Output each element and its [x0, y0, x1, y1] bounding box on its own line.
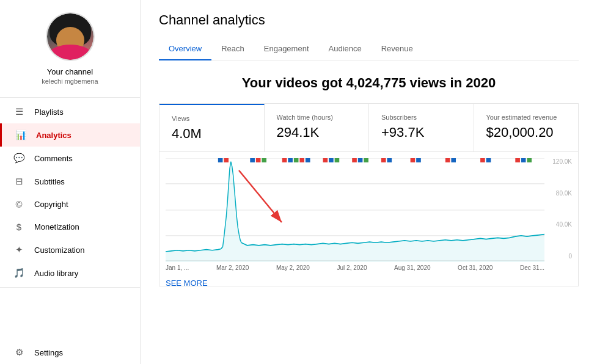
svg-rect-29 — [480, 158, 485, 162]
y-axis-label: 120.0K — [548, 158, 572, 165]
svg-rect-10 — [256, 158, 261, 162]
stat-value: $20,000.20 — [486, 125, 566, 140]
stats-row: Views 4.0M Watch time (hours) 294.1K Sub… — [159, 103, 579, 152]
y-axis-labels: 120.0K80.0K40.0K0 — [548, 158, 572, 262]
sidebar-divider — [0, 97, 140, 98]
sidebar-item-subtitles[interactable]: ⊟ Subtitles — [0, 170, 140, 193]
main-content: Channel analytics OverviewReachEngagemen… — [141, 0, 597, 364]
svg-rect-26 — [416, 158, 421, 162]
x-axis-label: Oct 31, 2020 — [458, 264, 493, 271]
x-axis-label: May 2, 2020 — [276, 264, 310, 271]
chart-svg — [166, 158, 544, 262]
sidebar-label-customization: Customization — [34, 246, 84, 255]
stat-value: 4.0M — [172, 126, 252, 142]
stat-value: +93.7K — [381, 125, 461, 140]
stat-value: 294.1K — [277, 125, 357, 140]
x-axis-label: Jan 1, ... — [166, 264, 189, 271]
sidebar-label-comments: Comments — [34, 154, 73, 163]
page-title: Channel analytics — [159, 12, 579, 28]
svg-rect-14 — [294, 158, 299, 162]
svg-rect-23 — [381, 158, 386, 162]
svg-rect-21 — [358, 158, 363, 162]
sidebar-divider-2 — [0, 287, 140, 288]
svg-rect-31 — [515, 158, 520, 162]
tab-revenue[interactable]: Revenue — [372, 38, 423, 60]
y-axis-label: 80.0K — [548, 190, 572, 197]
svg-rect-8 — [224, 158, 229, 162]
svg-rect-27 — [445, 158, 450, 162]
sidebar-item-customization[interactable]: ✦ Customization — [0, 238, 140, 261]
stat-label: Subscribers — [381, 114, 461, 121]
sidebar-item-monetization[interactable]: $ Monetization — [0, 216, 140, 238]
svg-rect-9 — [250, 158, 255, 162]
sidebar-item-analytics[interactable]: 📊 Analytics — [0, 123, 140, 147]
svg-rect-18 — [329, 158, 334, 162]
analytics-icon: 📊 — [14, 129, 27, 140]
sidebar-item-comments[interactable]: 💬 Comments — [0, 147, 140, 170]
sidebar-item-audio-library[interactable]: 🎵 Audio library — [0, 261, 140, 285]
chart-container: 120.0K80.0K40.0K0 Jan 1, ...Mar 2, 2020M… — [159, 152, 579, 286]
sidebar-label-audio-library: Audio library — [34, 269, 78, 278]
settings-label: Settings — [34, 348, 63, 357]
see-more-link[interactable]: SEE MORE — [166, 278, 208, 288]
headline: Your videos got 4,024,775 views in 2020 — [159, 75, 579, 91]
channel-handle: kelechi mgbemena — [42, 78, 98, 85]
stat-label: Views — [172, 115, 252, 122]
svg-rect-17 — [323, 158, 328, 162]
sidebar-label-analytics: Analytics — [36, 131, 71, 140]
customization-icon: ✦ — [12, 244, 26, 255]
svg-rect-22 — [364, 158, 368, 162]
sidebar-item-playlists[interactable]: ☰ Playlists — [0, 100, 140, 123]
channel-name: Your channel — [47, 67, 93, 76]
comments-icon: 💬 — [12, 153, 26, 164]
stat-label: Watch time (hours) — [277, 114, 357, 121]
tabs-container: OverviewReachEngagementAudienceRevenue — [159, 38, 579, 60]
sidebar-label-subtitles: Subtitles — [34, 177, 65, 186]
svg-rect-12 — [282, 158, 287, 162]
tab-reach[interactable]: Reach — [211, 38, 254, 60]
sidebar-label-monetization: Monetization — [34, 222, 79, 231]
tab-overview[interactable]: Overview — [159, 38, 211, 60]
svg-rect-16 — [306, 158, 310, 162]
x-axis-label: Aug 31, 2020 — [394, 264, 431, 271]
sidebar-bottom: ⚙ Settings — [0, 341, 140, 364]
svg-rect-13 — [288, 158, 293, 162]
sidebar-item-copyright[interactable]: © Copyright — [0, 193, 140, 216]
copyright-icon: © — [12, 199, 26, 209]
audio-library-icon: 🎵 — [12, 268, 26, 278]
stat-card-views[interactable]: Views 4.0M — [159, 104, 265, 151]
sidebar-label-copyright: Copyright — [34, 200, 68, 209]
monetization-icon: $ — [12, 222, 26, 232]
settings-icon: ⚙ — [12, 347, 26, 358]
x-axis-labels: Jan 1, ...Mar 2, 2020May 2, 2020Jul 2, 2… — [166, 262, 544, 274]
svg-rect-33 — [527, 158, 532, 162]
stat-card-your-estimated-revenue[interactable]: Your estimated revenue $20,000.20 — [474, 104, 579, 151]
svg-rect-15 — [299, 158, 304, 162]
svg-rect-20 — [352, 158, 357, 162]
subtitles-icon: ⊟ — [12, 176, 26, 187]
sidebar: Your channel kelechi mgbemena ☰ Playlist… — [0, 0, 141, 364]
channel-avatar — [46, 12, 95, 61]
chart-area: 120.0K80.0K40.0K0 — [166, 158, 572, 262]
tab-audience[interactable]: Audience — [319, 38, 372, 60]
y-axis-label: 0 — [548, 253, 572, 260]
stat-card-subscribers[interactable]: Subscribers +93.7K — [369, 104, 474, 151]
svg-rect-25 — [411, 158, 416, 162]
svg-rect-32 — [521, 158, 526, 162]
x-axis-label: Dec 31... — [520, 264, 544, 271]
stat-card-watch-time-(hours)[interactable]: Watch time (hours) 294.1K — [265, 104, 370, 151]
x-axis-label: Jul 2, 2020 — [337, 264, 367, 271]
svg-rect-30 — [486, 158, 491, 162]
sidebar-label-playlists: Playlists — [34, 107, 64, 117]
svg-rect-28 — [451, 158, 456, 162]
y-axis-label: 40.0K — [548, 221, 572, 228]
svg-rect-7 — [218, 158, 223, 162]
playlists-icon: ☰ — [12, 106, 26, 117]
tab-engagement[interactable]: Engagement — [254, 38, 319, 60]
stat-label: Your estimated revenue — [486, 114, 566, 121]
svg-rect-19 — [335, 158, 340, 162]
svg-rect-11 — [262, 158, 266, 162]
svg-rect-24 — [387, 158, 392, 162]
x-axis-label: Mar 2, 2020 — [216, 264, 249, 271]
sidebar-item-settings[interactable]: ⚙ Settings — [0, 341, 140, 364]
